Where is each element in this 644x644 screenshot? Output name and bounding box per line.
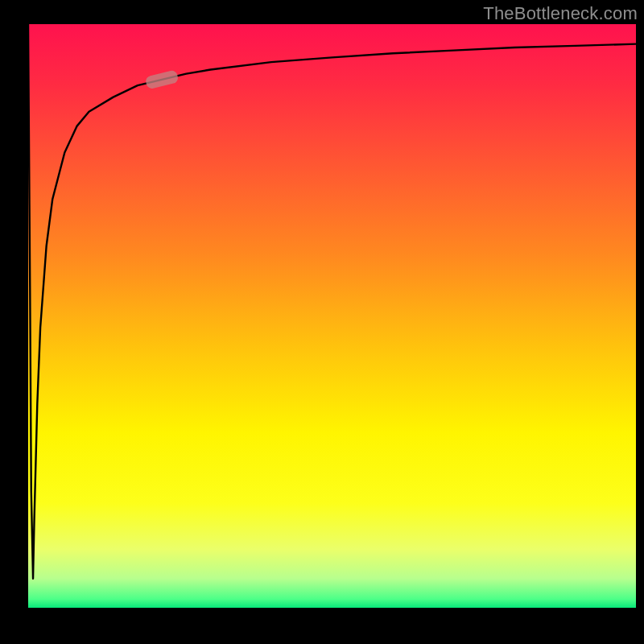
operating-point-marker	[145, 69, 180, 89]
plot-area	[28, 24, 636, 608]
watermark-text: TheBottleneck.com	[483, 3, 638, 24]
curve-layer	[28, 24, 636, 608]
bottleneck-curve	[28, 24, 636, 579]
chart-frame: TheBottleneck.com	[0, 0, 644, 644]
